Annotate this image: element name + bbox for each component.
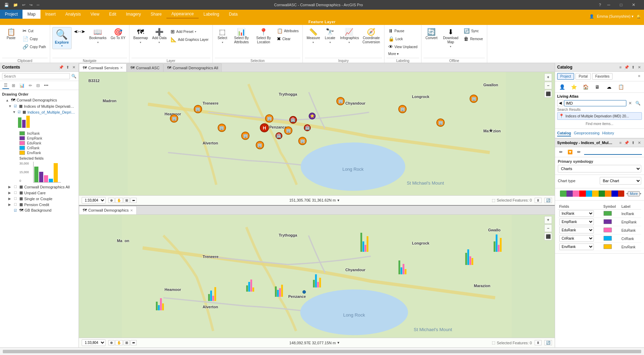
color-strip-more-btn[interactable]: More: [628, 191, 640, 196]
marker-3[interactable]: 🏢: [218, 124, 226, 132]
full-extent-button[interactable]: ⬛: [544, 90, 552, 98]
primary-symbology-select[interactable]: Charts: [558, 165, 641, 172]
sub-tab-geoprocessing[interactable]: Geoprocessing: [574, 130, 599, 136]
red-marker-3[interactable]: 🏥: [275, 132, 282, 139]
lock-button[interactable]: 🔒 Lock: [387, 35, 419, 43]
map-tab-cornwall-asc[interactable]: 🗺 Cornwall ASC: [127, 63, 163, 72]
map-container[interactable]: Long Rock St Michael's Mount Madron Heam…: [79, 72, 555, 347]
la-search-icon-button[interactable]: 🔍: [634, 100, 642, 106]
marker-1[interactable]: 🏢: [170, 114, 178, 123]
marker-5[interactable]: 🏢: [265, 114, 273, 123]
sym-field-color[interactable]: [604, 228, 612, 232]
tab-appearance[interactable]: Appearance: [166, 10, 199, 19]
basemap-button[interactable]: 🗺 Basemap ▾: [131, 27, 149, 45]
select-by-location-button[interactable]: 📍 Select By Location: [253, 27, 274, 46]
sym-field-select[interactable]: EmpRank: [559, 219, 594, 225]
attributes-button[interactable]: 📋 Attributes: [275, 27, 300, 35]
tab-insert[interactable]: Insert: [40, 10, 61, 19]
sym-field-select[interactable]: IncRank: [559, 210, 594, 217]
pin-icon[interactable]: ─: [35, 2, 41, 8]
tree-item-unpaid-care[interactable]: ▶ ☐ ▦ Unpaid Care: [0, 190, 79, 196]
pan-btn-b[interactable]: ✋: [115, 340, 123, 345]
sym-field-color[interactable]: [604, 219, 612, 224]
catalog-home-icon-btn[interactable]: 🏠: [581, 83, 590, 91]
tab-view[interactable]: View: [85, 10, 104, 19]
tree-item-cornwall-all[interactable]: ▶ ☐ ▦ Cornwall Demographics All: [0, 184, 79, 190]
close-button[interactable]: ✕: [629, 1, 638, 8]
filter-chart-btn[interactable]: 📊: [18, 82, 26, 89]
purple-marker[interactable]: ⭐: [309, 113, 316, 119]
sym-close-btn[interactable]: ✕: [636, 140, 642, 145]
copy-button[interactable]: 📄 Copy: [21, 35, 48, 43]
red-marker-1[interactable]: 🏥: [289, 116, 297, 124]
select-by-attributes-button[interactable]: 📊 Select By Attributes: [231, 27, 252, 46]
sym-expand-btn[interactable]: ⬆: [630, 140, 636, 145]
tab-map[interactable]: Map: [22, 10, 40, 19]
add-graphics-layer-button[interactable]: 📐 Add Graphics Layer: [169, 36, 210, 43]
clear-button[interactable]: ✖ Clear: [275, 35, 300, 43]
copy-path-button[interactable]: 🔗 Copy Path: [21, 43, 48, 51]
sym-filter-btn[interactable]: 🔽: [566, 149, 574, 156]
tab-share[interactable]: Share: [146, 10, 166, 19]
la-search-input[interactable]: [564, 100, 626, 106]
catalog-options-btn[interactable]: ≡: [636, 73, 642, 79]
map-tab-close[interactable]: ✕: [130, 208, 133, 212]
tab-labeling[interactable]: Labeling: [199, 10, 224, 19]
refresh-btn-b[interactable]: 🔄: [544, 340, 552, 345]
tree-item-indices[interactable]: ▼ ☑ ▦ Indices of Multiple Deprivation (I…: [0, 103, 79, 109]
table-btn-b[interactable]: ⊞: [124, 340, 130, 345]
nav-arrows[interactable]: ◀▷◁▶: [72, 28, 87, 34]
sym-options-btn[interactable]: ≡: [618, 140, 623, 145]
help-button[interactable]: ?: [599, 3, 601, 7]
add-preset-button[interactable]: ⊞ Add Preset ▾: [169, 28, 210, 35]
sym-properties-btn[interactable]: ✏: [575, 149, 583, 156]
measure-button[interactable]: 📏 Measure ▾: [305, 27, 322, 45]
marker-2[interactable]: 🏢: [194, 105, 202, 113]
tree-item-gb-background[interactable]: ☑ 🗺 GB Background: [0, 207, 79, 213]
marker-12[interactable]: 🏢: [470, 95, 478, 103]
view-unplaced-button[interactable]: 👁 View Unplaced: [387, 43, 419, 51]
labeling-more-button[interactable]: More ▾: [387, 51, 419, 57]
user-name[interactable]: Emma (Sunnyshire) ▾: [597, 14, 634, 19]
sym-pin-btn[interactable]: 📌: [624, 140, 629, 145]
coord-dropdown-b[interactable]: ▾: [337, 340, 339, 345]
infographics-button[interactable]: 📈 Infographics ▾: [338, 27, 360, 45]
pause-render-btn-b[interactable]: ⏸: [535, 340, 542, 345]
sub-tab-history[interactable]: History: [602, 130, 614, 136]
tab-analysis[interactable]: Analysis: [61, 10, 86, 19]
tree-item-pension-credit[interactable]: ▶ ☐ ▦ Pension Credit: [0, 202, 79, 207]
color-strip[interactable]: [560, 190, 624, 197]
filter-table-btn[interactable]: ⊞: [10, 82, 17, 89]
coord-dropdown[interactable]: ▾: [337, 198, 339, 203]
marker-4[interactable]: 🏢: [241, 132, 250, 140]
table-btn[interactable]: ⊞: [124, 198, 130, 203]
refresh-btn[interactable]: 🔄: [544, 198, 552, 203]
more-dropdown[interactable]: ▾: [640, 192, 641, 195]
zoom-in-button[interactable]: +: [544, 73, 552, 81]
open-icon[interactable]: 📁: [12, 2, 19, 8]
red-marker-2[interactable]: 🏥: [304, 124, 311, 131]
search-input[interactable]: [2, 73, 70, 79]
cut-button[interactable]: ✂ Cut: [21, 27, 48, 35]
select-button[interactable]: ⬚ Select ▾: [215, 27, 230, 45]
horizontal-scrollbar[interactable]: [3, 350, 641, 353]
tree-item-indices-file[interactable]: ▼ ☑ ▦ Indices_of_Multiple_Deprivatio...: [0, 109, 79, 115]
marker-10[interactable]: 🏢: [398, 105, 407, 113]
catalog-cloud-icon-btn[interactable]: ☁: [604, 83, 614, 91]
marker-7[interactable]: 🏢: [298, 137, 307, 145]
filter-grid-btn[interactable]: ⊟: [35, 82, 42, 89]
catalog-pin-button[interactable]: 📌: [624, 64, 629, 70]
marker-6[interactable]: 🏢: [284, 126, 292, 135]
convert-button[interactable]: 🔄 Convert: [424, 27, 439, 42]
paste-button[interactable]: 📋 Paste: [2, 27, 20, 48]
map-canvas-bottom[interactable]: Long Rock St Michael's Mount Madon Heamo…: [79, 215, 555, 348]
tab-imagery[interactable]: Imagery: [121, 10, 146, 19]
pause-button[interactable]: ⏸ Pause: [387, 27, 419, 35]
contents-pin-button[interactable]: 📌: [58, 64, 64, 70]
contents-expand-button[interactable]: ⬆: [65, 64, 70, 70]
save-icon[interactable]: 💾: [3, 2, 10, 8]
catalog-close-button[interactable]: ✕: [636, 64, 642, 70]
catalog-star-icon-btn[interactable]: ⭐: [569, 83, 579, 91]
notification-icon[interactable]: 🔔: [636, 14, 641, 19]
tab-project[interactable]: Project: [0, 10, 22, 19]
